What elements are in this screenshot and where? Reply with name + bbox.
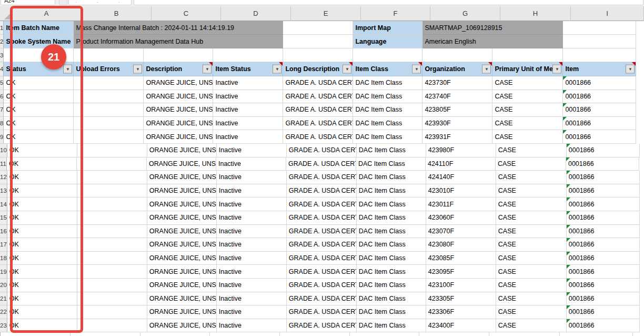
cell-f10[interactable]: DAC Item Class — [357, 144, 426, 157]
cell-h10[interactable]: CASE — [496, 144, 567, 157]
row-header-7[interactable]: 7 — [0, 103, 4, 117]
cell-b8[interactable] — [74, 117, 144, 131]
cell-g15[interactable]: 423060F — [426, 211, 496, 225]
cell-a8[interactable]: OK — [4, 117, 74, 131]
cell-f17[interactable]: DAC Item Class — [357, 238, 426, 252]
cell-g6[interactable]: 423740F — [422, 90, 492, 104]
filter-dropdown-button[interactable]: ▼ — [63, 65, 72, 74]
cell-h17[interactable]: CASE — [496, 238, 567, 252]
cell-c23[interactable]: ORANGE JUICE, UNSW — [147, 319, 217, 333]
formula-input[interactable] — [134, 0, 643, 5]
cell-b12[interactable] — [77, 171, 147, 184]
cell-c15[interactable]: ORANGE JUICE, UNSW — [147, 211, 217, 225]
cell-c10[interactable]: ORANGE JUICE, UNSW — [147, 144, 217, 157]
cell-f9[interactable]: DAC Item Class — [353, 130, 422, 144]
cell-g11[interactable]: 424110F — [426, 157, 496, 171]
cell-c14[interactable]: ORANGE JUICE, UNSW — [147, 197, 217, 211]
cell-e12[interactable]: GRADE A. USDA CERTI — [287, 171, 357, 184]
cell-a7[interactable]: OK — [4, 103, 74, 117]
cell-c17[interactable]: ORANGE JUICE, UNSW — [147, 238, 217, 252]
cell-f21[interactable]: DAC Item Class — [357, 292, 426, 306]
cell-g19[interactable]: 423095F — [426, 265, 496, 279]
cell-g22[interactable]: 423306F — [426, 305, 496, 319]
cell-e10[interactable]: GRADE A. USDA CERTI — [287, 144, 357, 157]
cell-b11[interactable] — [77, 157, 147, 171]
cell-h13[interactable]: CASE — [496, 184, 567, 198]
cell-a6[interactable]: OK — [4, 90, 74, 104]
row-header-6[interactable]: 6 — [0, 90, 4, 104]
cell-d13[interactable]: Inactive — [217, 184, 287, 198]
cell-b10[interactable] — [77, 144, 147, 157]
cell-f7[interactable]: DAC Item Class — [353, 103, 422, 117]
cell-i1[interactable] — [563, 21, 636, 35]
cell-b1[interactable]: Mass Change Internal Batch : 2024-01-11 … — [74, 21, 283, 35]
cell-i6[interactable]: 0001866 — [563, 90, 636, 104]
cell-e20[interactable]: GRADE A. USDA CERTI — [287, 279, 357, 292]
cell-h16[interactable]: CASE — [496, 225, 567, 239]
header-cell-e4[interactable]: Long Description▼ — [283, 62, 353, 76]
cell-d19[interactable]: Inactive — [217, 265, 287, 279]
cell-e7[interactable]: GRADE A. USDA CERTI — [283, 103, 353, 117]
cell-g12[interactable]: 424140F — [426, 171, 496, 184]
cell-b20[interactable] — [77, 279, 147, 292]
cell-d7[interactable]: Inactive — [213, 103, 283, 117]
cell-c12[interactable]: ORANGE JUICE, UNSW — [147, 171, 217, 184]
header-cell-g4[interactable]: Organization▼ — [422, 62, 492, 76]
cell-e13[interactable]: GRADE A. USDA CERTI — [287, 184, 357, 198]
row-header-19[interactable]: 19 — [0, 265, 7, 279]
cell-f1[interactable]: Import Map — [353, 21, 422, 35]
cell-h12[interactable]: CASE — [496, 171, 567, 184]
cell-d10[interactable]: Inactive — [217, 144, 287, 157]
row-header-17[interactable]: 17 — [0, 238, 7, 252]
cell-g3[interactable] — [422, 48, 492, 62]
cell-c9[interactable]: ORANGE JUICE, UNSW — [144, 130, 213, 144]
cell-i9[interactable]: 0001866 — [563, 130, 636, 144]
row-header-23[interactable]: 23 — [0, 319, 7, 333]
select-all-button[interactable] — [0, 6, 12, 21]
cell-a11[interactable]: OK — [7, 157, 77, 171]
header-cell-c4[interactable]: Description▼ — [144, 62, 213, 76]
cell-g21[interactable]: 423305F — [426, 292, 496, 306]
cell-a9[interactable]: OK — [4, 130, 74, 144]
cell-d15[interactable]: Inactive — [217, 211, 287, 225]
cell-i21[interactable]: 0001866 — [567, 292, 640, 306]
cell-c3[interactable] — [144, 48, 213, 62]
cell-h3[interactable] — [492, 48, 563, 62]
cell-a18[interactable]: OK — [7, 252, 77, 265]
cell-i8[interactable]: 0001866 — [563, 117, 636, 131]
cell-h6[interactable]: CASE — [492, 90, 563, 104]
cell-g17[interactable]: 423080F — [426, 238, 496, 252]
cell-g10[interactable]: 423980F — [426, 144, 496, 157]
cell-b24[interactable] — [71, 332, 140, 336]
cell-c20[interactable]: ORANGE JUICE, UNSW — [147, 279, 217, 292]
cell-c24[interactable] — [140, 332, 210, 336]
row-header-1[interactable]: 1 — [0, 21, 4, 35]
column-header-e[interactable]: E — [291, 6, 361, 21]
cell-g7[interactable]: 423805F — [422, 103, 492, 117]
cell-g14[interactable]: 423011F — [426, 197, 496, 211]
cell-h5[interactable]: CASE — [492, 76, 563, 90]
cell-e22[interactable]: GRADE A. USDA CERTI — [287, 305, 357, 319]
cell-e3[interactable] — [283, 48, 353, 62]
cell-h20[interactable]: CASE — [496, 279, 567, 292]
cell-i22[interactable]: 0001866 — [567, 305, 640, 319]
cell-d22[interactable]: Inactive — [217, 305, 287, 319]
cell-d6[interactable]: Inactive — [213, 90, 283, 104]
cell-h7[interactable]: CASE — [492, 103, 563, 117]
cell-d3[interactable] — [213, 48, 283, 62]
cell-a15[interactable]: OK — [7, 211, 77, 225]
cell-c18[interactable]: ORANGE JUICE, UNSW — [147, 252, 217, 265]
cell-i20[interactable]: 0001866 — [567, 279, 640, 292]
cell-d20[interactable]: Inactive — [217, 279, 287, 292]
row-header-20[interactable]: 20 — [0, 279, 7, 292]
cell-g18[interactable]: 423085F — [426, 252, 496, 265]
cell-h21[interactable]: CASE — [496, 292, 567, 306]
row-header-10[interactable]: 10 — [0, 144, 7, 157]
cell-e1[interactable] — [283, 21, 353, 35]
cell-e15[interactable]: GRADE A. USDA CERTI — [287, 211, 357, 225]
cell-b15[interactable] — [77, 211, 147, 225]
cell-h18[interactable]: CASE — [496, 252, 567, 265]
cell-i3[interactable] — [563, 48, 636, 62]
row-header-5[interactable]: 5 — [0, 76, 4, 90]
column-header-f[interactable]: F — [361, 6, 430, 21]
